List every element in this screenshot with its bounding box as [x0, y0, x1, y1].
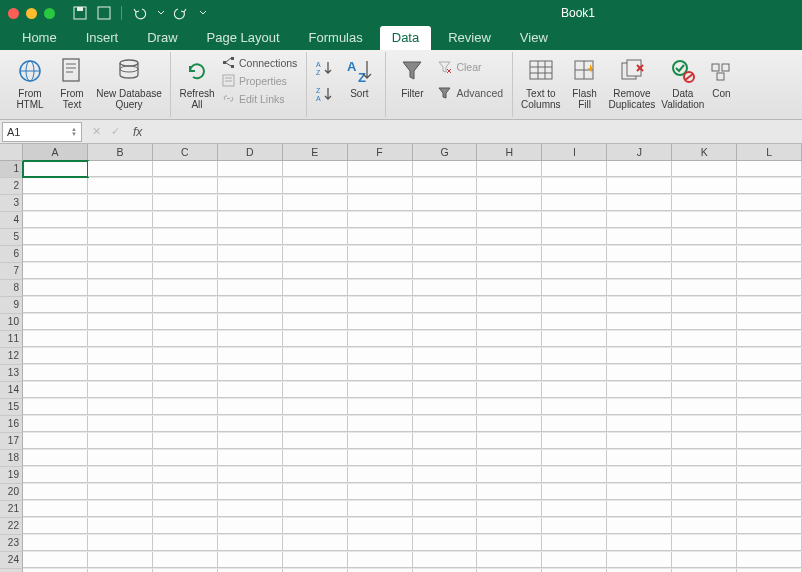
- tab-insert[interactable]: Insert: [74, 26, 131, 50]
- cell[interactable]: [672, 229, 737, 245]
- cell[interactable]: [607, 246, 672, 262]
- cell[interactable]: [477, 348, 542, 364]
- cell[interactable]: [542, 501, 607, 517]
- cell[interactable]: [413, 246, 478, 262]
- cell[interactable]: [737, 535, 802, 551]
- cell[interactable]: [283, 518, 348, 534]
- cell[interactable]: [542, 399, 607, 415]
- cell[interactable]: [477, 501, 542, 517]
- cell[interactable]: [413, 433, 478, 449]
- cell[interactable]: [477, 484, 542, 500]
- cell[interactable]: [542, 331, 607, 347]
- cell[interactable]: [218, 382, 283, 398]
- cell[interactable]: [23, 195, 88, 211]
- remove-duplicates-button[interactable]: Remove Duplicates: [607, 54, 658, 112]
- cell[interactable]: [23, 467, 88, 483]
- cell[interactable]: [672, 246, 737, 262]
- row-header[interactable]: 15: [0, 399, 23, 416]
- cell[interactable]: [672, 484, 737, 500]
- cell[interactable]: [737, 229, 802, 245]
- cell[interactable]: [153, 212, 218, 228]
- cell[interactable]: [348, 195, 413, 211]
- cell[interactable]: [542, 280, 607, 296]
- name-box[interactable]: A1 ▲▼: [2, 122, 82, 142]
- cell[interactable]: [88, 331, 153, 347]
- cell[interactable]: [348, 280, 413, 296]
- row-header[interactable]: 24: [0, 552, 23, 569]
- redo-dropdown-icon[interactable]: [200, 6, 206, 20]
- column-header[interactable]: H: [477, 144, 542, 161]
- cell[interactable]: [218, 518, 283, 534]
- cell[interactable]: [737, 450, 802, 466]
- tab-draw[interactable]: Draw: [135, 26, 189, 50]
- cell[interactable]: [153, 348, 218, 364]
- cell[interactable]: [88, 314, 153, 330]
- cell[interactable]: [413, 484, 478, 500]
- cell[interactable]: [88, 382, 153, 398]
- cell[interactable]: [477, 161, 542, 177]
- cell[interactable]: [23, 331, 88, 347]
- column-header[interactable]: J: [607, 144, 672, 161]
- select-all-corner[interactable]: [0, 144, 23, 161]
- row-header[interactable]: 1: [0, 161, 23, 178]
- cell[interactable]: [218, 484, 283, 500]
- cell[interactable]: [218, 212, 283, 228]
- column-header[interactable]: B: [88, 144, 153, 161]
- cell[interactable]: [477, 535, 542, 551]
- cell[interactable]: [218, 161, 283, 177]
- column-header[interactable]: C: [153, 144, 218, 161]
- cell[interactable]: [348, 212, 413, 228]
- cell[interactable]: [348, 314, 413, 330]
- cell[interactable]: [88, 195, 153, 211]
- cell[interactable]: [218, 229, 283, 245]
- cancel-formula-icon[interactable]: ✕: [92, 125, 101, 138]
- zoom-window-icon[interactable]: [44, 8, 55, 19]
- cell[interactable]: [23, 314, 88, 330]
- cell[interactable]: [413, 178, 478, 194]
- cell[interactable]: [153, 280, 218, 296]
- cell[interactable]: [737, 552, 802, 568]
- cell[interactable]: [672, 348, 737, 364]
- cell[interactable]: [218, 501, 283, 517]
- cell[interactable]: [283, 331, 348, 347]
- cell[interactable]: [672, 382, 737, 398]
- cell[interactable]: [23, 348, 88, 364]
- tab-page-layout[interactable]: Page Layout: [195, 26, 292, 50]
- cell[interactable]: [737, 212, 802, 228]
- cell[interactable]: [348, 382, 413, 398]
- cell[interactable]: [737, 263, 802, 279]
- column-header[interactable]: G: [413, 144, 478, 161]
- advanced-filter-button[interactable]: Advanced: [434, 84, 506, 102]
- cell[interactable]: [218, 399, 283, 415]
- cell[interactable]: [413, 365, 478, 381]
- cell[interactable]: [88, 229, 153, 245]
- cell[interactable]: [348, 229, 413, 245]
- row-header[interactable]: 20: [0, 484, 23, 501]
- cell[interactable]: [737, 314, 802, 330]
- cell[interactable]: [153, 535, 218, 551]
- column-header[interactable]: K: [672, 144, 737, 161]
- cell[interactable]: [737, 195, 802, 211]
- undo-dropdown-icon[interactable]: [158, 6, 164, 20]
- cell[interactable]: [153, 399, 218, 415]
- cell[interactable]: [413, 195, 478, 211]
- cell[interactable]: [348, 161, 413, 177]
- cell[interactable]: [348, 501, 413, 517]
- cell[interactable]: [153, 161, 218, 177]
- cell[interactable]: [153, 382, 218, 398]
- row-header[interactable]: 3: [0, 195, 23, 212]
- cell[interactable]: [283, 212, 348, 228]
- cell[interactable]: [542, 178, 607, 194]
- tab-review[interactable]: Review: [436, 26, 503, 50]
- row-header[interactable]: 4: [0, 212, 23, 229]
- cell[interactable]: [23, 365, 88, 381]
- cell[interactable]: [477, 314, 542, 330]
- cell[interactable]: [413, 263, 478, 279]
- cell[interactable]: [283, 314, 348, 330]
- cell[interactable]: [477, 552, 542, 568]
- cell[interactable]: [607, 212, 672, 228]
- cell[interactable]: [23, 178, 88, 194]
- cell[interactable]: [153, 416, 218, 432]
- cell[interactable]: [218, 467, 283, 483]
- cell[interactable]: [737, 416, 802, 432]
